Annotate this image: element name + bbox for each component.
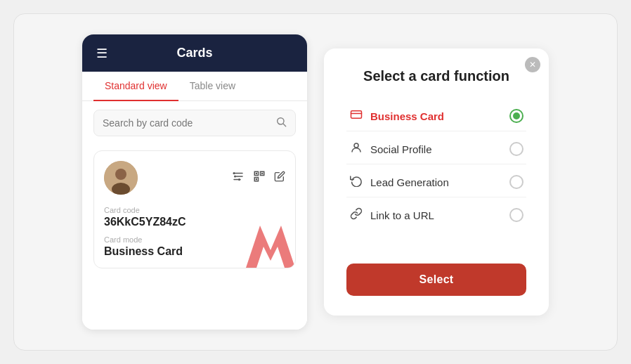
option-list: Business Card Social Profile	[346, 101, 526, 249]
radio-link-url[interactable]	[509, 208, 523, 222]
option-label-link-url: Link to a URL	[370, 209, 434, 221]
radio-inner-business-card	[513, 112, 520, 119]
search-icon	[275, 116, 287, 130]
radio-lead-generation[interactable]	[509, 175, 523, 189]
card-list: Card code 36KkC5YZ84zC Card mode Busines…	[82, 145, 307, 330]
svg-rect-16	[256, 178, 257, 180]
svg-point-8	[233, 172, 235, 174]
svg-point-9	[234, 176, 236, 178]
outer-wrapper: ☰ Cards Standard view Table view	[13, 13, 618, 351]
option-link-url[interactable]: Link to a URL	[346, 200, 526, 230]
select-button[interactable]: Select	[346, 264, 526, 296]
option-label-lead-generation: Lead Generation	[370, 176, 449, 188]
svg-rect-15	[261, 173, 263, 174]
option-social-profile[interactable]: Social Profile	[346, 134, 526, 164]
svg-point-10	[238, 178, 240, 181]
edit-icon[interactable]	[274, 171, 285, 185]
search-container	[82, 101, 307, 145]
modal-close-button[interactable]: ✕	[525, 57, 540, 72]
radio-social-profile[interactable]	[509, 142, 523, 156]
option-label-business-card: Business Card	[370, 110, 444, 122]
option-lead-generation[interactable]: Lead Generation	[346, 167, 526, 197]
qr-icon[interactable]	[253, 170, 266, 186]
radio-business-card[interactable]	[509, 109, 523, 123]
phone-header: ☰ Cards	[82, 34, 307, 72]
svg-line-1	[283, 124, 286, 126]
modal-panel: ✕ Select a card function Business Card	[324, 48, 549, 316]
option-left-link-url: Link to a URL	[349, 207, 434, 223]
business-card-icon	[349, 108, 363, 124]
card-icons	[232, 170, 285, 186]
tab-standard-view[interactable]: Standard view	[93, 72, 178, 101]
social-profile-icon	[349, 141, 363, 157]
settings-icon[interactable]	[232, 170, 245, 186]
lead-generation-icon	[349, 174, 363, 190]
option-left-lead-generation: Lead Generation	[349, 174, 449, 190]
hamburger-icon[interactable]: ☰	[96, 46, 108, 61]
modal-title: Select a card function	[346, 68, 526, 84]
svg-point-3	[115, 169, 126, 180]
option-left-business-card: Business Card	[349, 108, 444, 124]
card-code-value: 36KkC5YZ84zC	[104, 216, 285, 228]
card-item[interactable]: Card code 36KkC5YZ84zC Card mode Busines…	[93, 150, 296, 268]
option-label-social-profile: Social Profile	[370, 143, 432, 155]
svg-rect-14	[256, 173, 257, 174]
avatar	[104, 161, 138, 195]
svg-rect-27	[351, 111, 362, 119]
phone-title: Cards	[176, 46, 212, 60]
option-business-card[interactable]: Business Card	[346, 101, 526, 131]
search-input[interactable]	[103, 117, 270, 129]
phone-panel: ☰ Cards Standard view Table view	[82, 34, 307, 330]
card-mode-value: Business Card	[104, 245, 285, 258]
search-box	[93, 110, 296, 136]
link-url-icon	[349, 207, 363, 223]
option-left-social-profile: Social Profile	[349, 141, 432, 157]
card-item-top	[104, 161, 285, 195]
tabs-row: Standard view Table view	[82, 72, 307, 101]
tab-table-view[interactable]: Table view	[178, 72, 247, 101]
card-mode-label: Card mode	[104, 235, 285, 244]
svg-point-29	[354, 143, 358, 148]
card-info: Card code 36KkC5YZ84zC Card mode Busines…	[104, 206, 285, 258]
card-code-label: Card code	[104, 206, 285, 214]
